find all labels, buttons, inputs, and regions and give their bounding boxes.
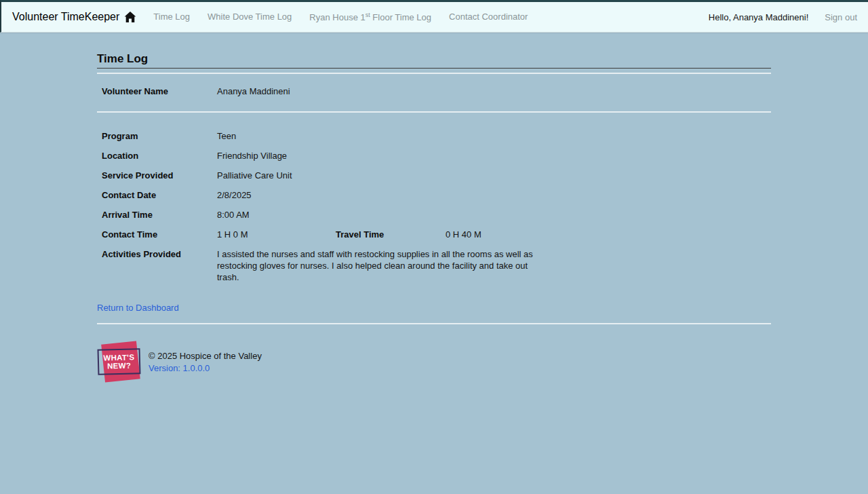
field-value-activities-provided: I assisted the nurses and staff with res… bbox=[217, 248, 537, 283]
field-label-activities-provided: Activities Provided bbox=[97, 248, 217, 260]
field-value-travel-time: 0 H 40 M bbox=[446, 229, 771, 240]
field-row-program: Program Teen bbox=[97, 130, 771, 142]
title-divider bbox=[97, 73, 771, 74]
field-label-location: Location bbox=[97, 150, 217, 162]
version-link[interactable]: Version: 1.0.0.0 bbox=[149, 362, 262, 374]
field-rows: Program Teen Location Friendship Village… bbox=[97, 130, 771, 283]
field-value-contact-time: 1 H 0 M bbox=[217, 229, 331, 240]
brand-link[interactable]: Volunteer TimeKeeper bbox=[12, 11, 136, 23]
brand-label: Volunteer TimeKeeper bbox=[12, 11, 119, 23]
navbar: Volunteer TimeKeeper Time Log White Dove… bbox=[0, 0, 868, 33]
footer: WHAT'S NEW? © 2025 Hospice of the Valley… bbox=[97, 341, 771, 383]
field-row-activities-provided: Activities Provided I assisted the nurse… bbox=[97, 248, 771, 283]
field-value-volunteer-name: Ananya Maddineni bbox=[217, 86, 331, 97]
field-label-program: Program bbox=[97, 130, 217, 142]
main-content: Time Log Volunteer Name Ananya Maddineni… bbox=[97, 33, 771, 383]
page-title: Time Log bbox=[97, 52, 771, 69]
navbar-right: Hello, Ananya Maddineni! Sign out bbox=[701, 7, 857, 28]
field-value-service-provided: Palliative Care Unit bbox=[217, 170, 331, 181]
whats-new-badge-frame: WHAT'S NEW? bbox=[98, 348, 141, 375]
field-label-contact-time: Contact Time bbox=[97, 229, 217, 240]
field-row-volunteer-name: Volunteer Name Ananya Maddineni bbox=[97, 86, 771, 97]
nav-item-white-dove-time-log[interactable]: White Dove Time Log bbox=[199, 6, 300, 27]
field-row-arrival-time: Arrival Time 8:00 AM bbox=[97, 209, 771, 221]
user-greeting-link[interactable]: Hello, Ananya Maddineni! bbox=[701, 7, 816, 28]
field-label-volunteer-name: Volunteer Name bbox=[97, 86, 217, 97]
field-value-arrival-time: 8:00 AM bbox=[217, 209, 331, 221]
nav-item-ryan-house-time-log[interactable]: Ryan House 1st Floor Time Log bbox=[300, 6, 440, 28]
section-divider bbox=[97, 111, 771, 113]
return-to-dashboard-link[interactable]: Return to Dashboard bbox=[97, 303, 179, 313]
field-value-program: Teen bbox=[217, 130, 331, 142]
field-label-arrival-time: Arrival Time bbox=[97, 209, 217, 221]
ryan-label-pre: Ryan House 1 bbox=[309, 12, 365, 22]
field-row-location: Location Friendship Village bbox=[97, 150, 771, 162]
field-label-service-provided: Service Provided bbox=[97, 170, 217, 181]
whats-new-line2: NEW? bbox=[107, 362, 131, 370]
nav-links: Time Log White Dove Time Log Ryan House … bbox=[144, 6, 536, 28]
field-row-contact-travel-time: Contact Time 1 H 0 M Travel Time 0 H 40 … bbox=[97, 229, 771, 240]
field-value-contact-date: 2/8/2025 bbox=[217, 189, 331, 201]
field-label-travel-time: Travel Time bbox=[331, 229, 446, 240]
nav-item-time-log[interactable]: Time Log bbox=[144, 6, 199, 27]
field-label-contact-date: Contact Date bbox=[97, 189, 217, 201]
sign-out-link[interactable]: Sign out bbox=[816, 7, 857, 28]
field-row-contact-date: Contact Date 2/8/2025 bbox=[97, 189, 771, 201]
ryan-label-sup: st bbox=[366, 12, 370, 18]
footer-text: © 2025 Hospice of the Valley Version: 1.… bbox=[149, 350, 262, 374]
field-value-location: Friendship Village bbox=[217, 150, 331, 162]
footer-divider bbox=[97, 323, 771, 324]
ryan-label-post: Floor Time Log bbox=[370, 12, 431, 22]
house-icon bbox=[124, 11, 136, 23]
copyright-text: © 2025 Hospice of the Valley bbox=[149, 350, 262, 362]
nav-item-contact-coordinator[interactable]: Contact Coordinator bbox=[440, 6, 536, 27]
whats-new-badge[interactable]: WHAT'S NEW? bbox=[97, 341, 142, 383]
field-row-service-provided: Service Provided Palliative Care Unit bbox=[97, 170, 771, 181]
